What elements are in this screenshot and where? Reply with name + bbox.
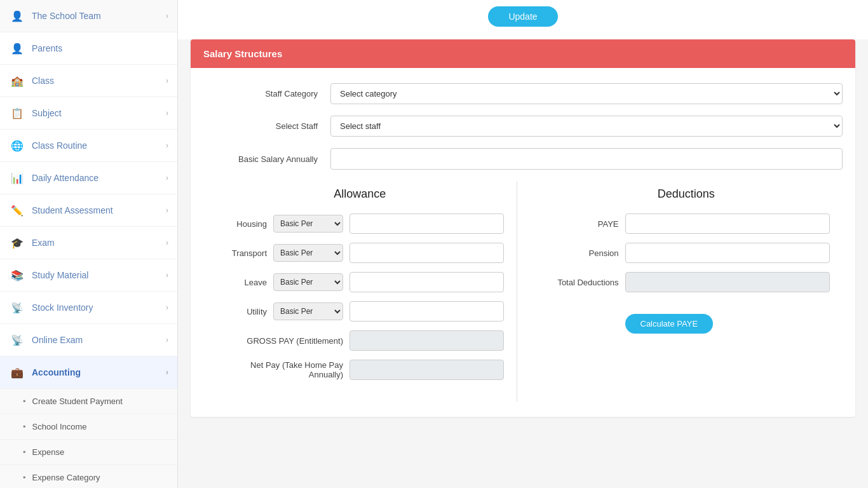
sidebar-item-subject[interactable]: 📋 Subject › [0,97,177,130]
chevron-icon-stock-inventory: › [166,303,168,312]
deductions-title: Deductions [543,181,831,201]
sidebar-item-daily-attendance[interactable]: 📊 Daily Attendance › [0,162,177,194]
card-title: Salary Structures [203,48,282,59]
chevron-icon-class: › [166,76,168,85]
calculate-paye-button[interactable]: Calculate PAYE [625,314,714,334]
sidebar-submenu-item-expense[interactable]: Expense [0,440,177,465]
sidebar-submenu-item-school-income[interactable]: School Income [0,414,177,440]
sidebar-submenu-item-create-student-payment[interactable]: Create Student Payment [0,389,177,414]
staff-category-select[interactable]: Select category [330,83,843,104]
sidebar-icon-stock-inventory: 📡 [10,301,24,315]
sidebar-icon-exam: 🎓 [10,236,24,250]
total-deductions-row: Total Deductions [543,272,831,292]
chevron-icon-the-school-team: › [166,11,168,20]
sidebar-icon-daily-attendance: 📊 [10,171,24,185]
chevron-icon-exam: › [166,238,168,247]
accounting-submenu: Create Student PaymentSchool IncomeExpen… [0,389,177,488]
sidebar-label-accounting: Accounting [32,367,81,377]
pension-label: Pension [543,248,619,258]
chevron-icon-subject: › [166,109,168,118]
staff-category-label: Staff Category [203,89,330,98]
sidebar-item-stock-inventory[interactable]: 📡 Stock Inventory › [0,292,177,324]
sidebar-item-class[interactable]: 🏫 Class › [0,65,177,97]
basic-salary-input[interactable] [330,148,843,170]
paye-row: PAYE [543,214,831,234]
sidebar: 👤 The School Team › 👤 Parents 🏫 Class › … [0,0,178,488]
paye-input[interactable] [625,214,831,234]
total-deductions-input [625,272,831,292]
sidebar-item-study-material[interactable]: 📚 Study Material › [0,259,177,292]
sidebar-label-student-assessment: Student Assessment [32,205,113,215]
chevron-icon-online-exam: › [166,336,168,344]
allowance-column: Allowance Housing Basic Per Transport Ba… [203,181,517,402]
leave-select[interactable]: Basic Per [273,273,343,291]
sidebar-item-the-school-team[interactable]: 👤 The School Team › [0,0,177,32]
transport-row: Transport Basic Per [216,243,504,263]
sidebar-label-the-school-team: The School Team [32,11,101,21]
chevron-icon-accounting: › [166,368,168,377]
basic-salary-label: Basic Salary Annually [203,154,330,164]
sidebar-label-parents: Parents [32,43,62,53]
sidebar-icon-student-assessment: ✏️ [10,203,24,217]
paye-label: PAYE [543,219,619,229]
allowance-title: Allowance [216,181,504,201]
housing-input[interactable] [349,214,504,234]
chevron-icon-student-assessment: › [166,206,168,215]
housing-label: Housing [216,219,267,229]
gross-pay-row: GROSS PAY (Entitlement) [216,330,504,351]
sidebar-label-exam: Exam [32,238,55,248]
update-button[interactable]: Update [488,6,557,27]
sidebar-label-study-material: Study Material [32,270,88,280]
pension-row: Pension [543,243,831,263]
staff-category-row: Staff Category Select category [203,83,843,104]
card-body: Staff Category Select category Select St… [191,68,855,417]
net-pay-label: Net Pay (Take Home Pay Annually) [216,360,343,379]
utility-input[interactable] [349,301,504,322]
sidebar-icon-online-exam: 📡 [10,333,24,347]
sidebar-submenu-item-expense-category[interactable]: Expense Category [0,465,177,488]
sidebar-icon-class-routine: 🌐 [10,139,24,152]
sidebar-label-class-routine: Class Routine [32,140,87,151]
housing-select[interactable]: Basic Per [273,215,343,233]
utility-label: Utility [216,307,267,316]
sidebar-icon-the-school-team: 👤 [10,9,24,23]
chevron-icon-study-material: › [166,271,168,280]
sidebar-icon-accounting: 💼 [10,365,24,379]
salary-structures-card: Salary Structures Staff Category Select … [191,39,855,417]
chevron-icon-class-routine: › [166,141,168,150]
net-pay-input [349,360,504,380]
main-content: Update Salary Structures Staff Category … [178,0,868,488]
sidebar-icon-class: 🏫 [10,74,24,88]
utility-row: Utility Basic Per [216,301,504,322]
sidebar-label-daily-attendance: Daily Attendance [32,173,98,183]
net-pay-row: Net Pay (Take Home Pay Annually) [216,360,504,380]
gross-pay-label: GROSS PAY (Entitlement) [216,336,343,346]
transport-input[interactable] [349,243,504,263]
basic-salary-row: Basic Salary Annually [203,148,843,170]
card-header: Salary Structures [191,39,855,68]
sidebar-label-stock-inventory: Stock Inventory [32,302,93,313]
housing-row: Housing Basic Per [216,214,504,234]
select-staff-select[interactable]: Select staff [330,116,843,137]
transport-select[interactable]: Basic Per [273,244,343,262]
transport-label: Transport [216,248,267,258]
sidebar-item-accounting[interactable]: 💼 Accounting › [0,356,177,389]
utility-select[interactable]: Basic Per [273,302,343,320]
pension-input[interactable] [625,243,831,263]
sidebar-item-class-routine[interactable]: 🌐 Class Routine › [0,130,177,162]
select-staff-row: Select Staff Select staff [203,116,843,137]
sidebar-label-online-exam: Online Exam [32,335,83,345]
sidebar-item-exam[interactable]: 🎓 Exam › [0,227,177,259]
sidebar-label-class: Class [32,76,54,86]
sidebar-item-online-exam[interactable]: 📡 Online Exam › [0,324,177,356]
sidebar-item-student-assessment[interactable]: ✏️ Student Assessment › [0,194,177,227]
leave-input[interactable] [349,272,504,292]
sidebar-item-parents[interactable]: 👤 Parents [0,32,177,65]
sidebar-icon-study-material: 📚 [10,268,24,282]
sidebar-icon-parents: 👤 [10,41,24,55]
leave-label: Leave [216,278,267,287]
select-staff-label: Select Staff [203,121,330,131]
two-col-section: Allowance Housing Basic Per Transport Ba… [203,181,843,402]
total-deductions-label: Total Deductions [543,278,619,287]
gross-pay-input [349,330,504,351]
